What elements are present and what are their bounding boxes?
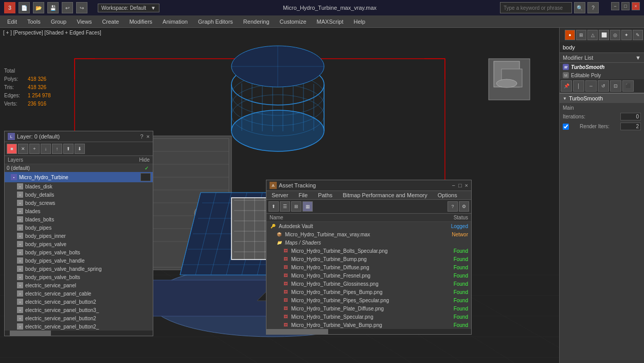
menu-tools[interactable]: Tools: [22, 15, 46, 28]
asset-list-item[interactable]: 📁 Maps / Shaders: [266, 238, 471, 247]
layer-list-item[interactable]: ▪body_details: [5, 191, 153, 199]
asset-list-item[interactable]: 🖼 Micro_Hydro_Turbine_Fresnel.png Found: [266, 271, 471, 280]
maximize-btn[interactable]: □: [621, 2, 630, 10]
layer-list-item[interactable]: ▪electric_service_panel: [5, 281, 153, 289]
layer-tool-move-up[interactable]: ⬆: [63, 144, 74, 154]
layer-list-item[interactable]: ▪body_pipes_valve_handle_spring: [5, 265, 153, 273]
layer-list-item[interactable]: ▪body_pipes_inner: [5, 232, 153, 240]
layer-panel-close[interactable]: ×: [147, 133, 150, 140]
save-btn[interactable]: 💾: [47, 2, 59, 13]
asset-list-item[interactable]: 📦 Micro_Hydro_Turbine_max_vray.max Netwo…: [266, 230, 471, 238]
layer-list-item[interactable]: ▪blades: [5, 207, 153, 215]
asset-scrollbar[interactable]: [266, 329, 471, 334]
layer-list-item[interactable]: ▪blades_disk: [5, 182, 153, 191]
rp-tool-light[interactable]: ⬛: [622, 80, 634, 92]
asset-tool-1[interactable]: ⬆: [269, 201, 279, 212]
layer-list[interactable]: 0 (default)✓▪Micro_Hydro_Turbine▪blades_…: [5, 164, 153, 331]
menu-views[interactable]: Views: [71, 15, 97, 28]
asset-menu-file[interactable]: File: [293, 191, 313, 199]
asset-list-item[interactable]: 🖼 Micro_Hydro_Turbine_Valve_Bump.png Fou…: [266, 321, 471, 329]
menu-animation[interactable]: Animation: [157, 15, 193, 28]
layer-tool-color[interactable]: ■: [7, 144, 17, 154]
asset-minimize[interactable]: −: [452, 182, 455, 188]
search-btn[interactable]: 🔍: [574, 2, 585, 13]
menu-help[interactable]: Help: [349, 15, 371, 28]
modifier-list-item[interactable]: M TurboSmooth: [560, 63, 644, 71]
menu-modifiers[interactable]: Modifiers: [124, 15, 157, 28]
layer-list-item[interactable]: ▪body_pipes: [5, 223, 153, 232]
layer-list-item[interactable]: ▪body_pipes_valve_handle: [5, 256, 153, 265]
asset-menu-options[interactable]: Options: [433, 191, 462, 199]
rp-icon-4[interactable]: ◎: [610, 30, 620, 40]
ts-render-iters-input[interactable]: [620, 123, 641, 130]
layer-tool-select-out[interactable]: ↑: [52, 144, 62, 154]
rp-icon-6[interactable]: ✎: [633, 30, 643, 40]
layer-list-item[interactable]: ▪blades_bolts: [5, 215, 153, 223]
asset-tool-2[interactable]: ☰: [280, 201, 290, 212]
asset-list[interactable]: 🔑 Autodesk Vault Logged 📦 Micro_Hydro_Tu…: [266, 222, 471, 329]
asset-menu-server[interactable]: Server: [266, 191, 293, 199]
asset-list-item[interactable]: 🖼 Micro_Hydro_Turbine_Pipes_Bump.png Fou…: [266, 288, 471, 296]
asset-list-item[interactable]: 🖼 Micro_Hydro_Turbine_Bolts_Specular.png…: [266, 247, 471, 255]
rp-tool-move[interactable]: ↔: [585, 80, 597, 92]
layer-list-item[interactable]: ▪Micro_Hydro_Turbine: [5, 172, 153, 182]
asset-menu-paths[interactable]: Paths: [313, 191, 337, 199]
object-name[interactable]: body: [560, 42, 644, 53]
new-btn[interactable]: 📄: [19, 2, 30, 13]
open-btn[interactable]: 📂: [33, 2, 44, 13]
asset-list-item[interactable]: 🖼 Micro_Hydro_Turbine_Specular.png Found: [266, 313, 471, 321]
menu-create[interactable]: Create: [97, 15, 124, 28]
asset-menu-bitmap[interactable]: Bitmap Performance and Memory: [337, 191, 432, 199]
menu-group[interactable]: Group: [46, 15, 72, 28]
menu-customize[interactable]: Customize: [275, 15, 312, 28]
search-input[interactable]: [500, 2, 572, 13]
rp-tool-cursor[interactable]: │: [573, 80, 584, 92]
asset-tool-settings[interactable]: ⚙: [459, 201, 469, 212]
rp-tool-pin[interactable]: 📌: [561, 80, 572, 92]
rp-tool-scale[interactable]: ⊡: [610, 80, 621, 92]
asset-tool-4[interactable]: ▦: [302, 201, 313, 212]
workspace-dropdown[interactable]: Workspace: Default ▼: [98, 4, 159, 12]
minimize-btn[interactable]: −: [611, 2, 619, 10]
rp-tool-rotate[interactable]: ↺: [598, 80, 609, 92]
layer-list-item[interactable]: ▪body_pipes_valve_bolts: [5, 273, 153, 281]
modifier-list-item[interactable]: M Editable Poly: [560, 71, 644, 79]
layer-tool-add[interactable]: +: [29, 144, 40, 154]
rp-icon-3[interactable]: ⬜: [599, 30, 609, 40]
asset-list-item[interactable]: 🖼 Micro_Hydro_Turbine_Diffuse.png Found: [266, 263, 471, 271]
layer-tool-delete[interactable]: ✕: [18, 144, 28, 154]
rp-icon-5[interactable]: ✦: [621, 30, 632, 40]
layer-list-item[interactable]: ▪electric_service_panel_button2: [5, 298, 153, 306]
viewport[interactable]: [ + ] [Perspective] [Shaded + Edged Face…: [0, 28, 559, 363]
asset-list-item[interactable]: 🖼 Micro_Hydro_Turbine_Plate_Diffuse.png …: [266, 304, 471, 313]
menu-rendering[interactable]: Rendering: [238, 15, 275, 28]
asset-list-item[interactable]: 🖼 Micro_Hydro_Turbine_Pipes_Specular.png…: [266, 296, 471, 304]
rp-icon-2[interactable]: △: [587, 30, 598, 40]
layer-panel-help[interactable]: ?: [140, 133, 143, 140]
layer-list-item[interactable]: ▪body_pipes_valve_bolts: [5, 248, 153, 256]
layer-list-item[interactable]: ▪electric_service_panel_button2: [5, 314, 153, 322]
layer-list-item[interactable]: ▪electric_service_panel_button2_: [5, 322, 153, 331]
ts-render-checkbox[interactable]: [563, 124, 569, 130]
asset-list-item[interactable]: 🖼 Micro_Hydro_Turbine_Glossiness.png Fou…: [266, 280, 471, 288]
help-btn[interactable]: ?: [587, 2, 599, 13]
asset-list-item[interactable]: 🔑 Autodesk Vault Logged: [266, 222, 471, 230]
asset-tool-3[interactable]: ⊞: [291, 201, 301, 212]
close-btn[interactable]: ×: [632, 2, 640, 10]
layer-list-item[interactable]: ▪electric_service_panel_cable: [5, 289, 153, 298]
asset-maximize[interactable]: □: [458, 182, 462, 188]
rp-icon-1[interactable]: ⊞: [576, 30, 586, 40]
layer-list-item[interactable]: ▪electric_service_panel_button3_: [5, 306, 153, 314]
menu-maxscript[interactable]: MAXScript: [312, 15, 349, 28]
asset-close[interactable]: ×: [465, 182, 468, 188]
rp-icon-sphere[interactable]: ●: [565, 30, 575, 40]
ts-collapse-icon[interactable]: ▼: [563, 96, 567, 101]
layer-list-item[interactable]: ▪body_screws: [5, 199, 153, 207]
redo-btn[interactable]: ↪: [76, 2, 87, 13]
asset-tool-help[interactable]: ?: [448, 201, 458, 212]
asset-list-item[interactable]: 🖼 Micro_Hydro_Turbine_Bump.png Found: [266, 255, 471, 263]
menu-graph-editors[interactable]: Graph Editors: [193, 15, 238, 28]
ts-iterations-input[interactable]: [620, 113, 641, 120]
layer-scrollthumb[interactable]: [10, 331, 51, 336]
undo-btn[interactable]: ↩: [62, 2, 73, 13]
